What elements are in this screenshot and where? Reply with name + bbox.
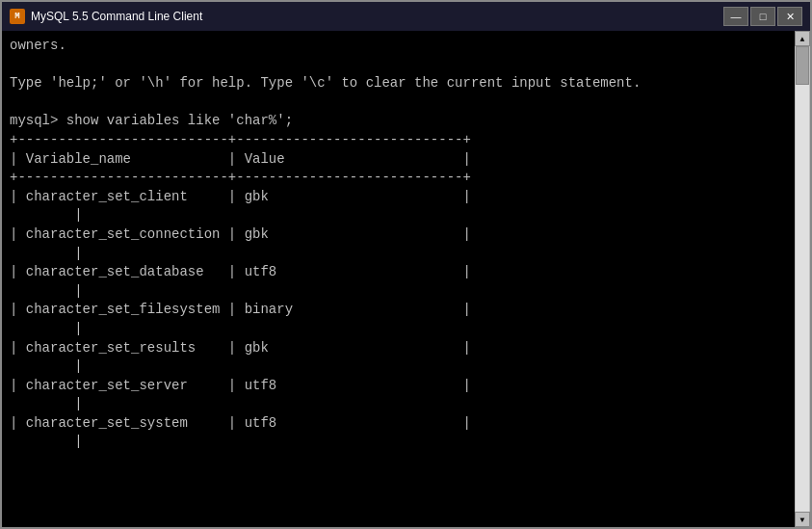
scrollbar[interactable]: ▲ ▼	[795, 31, 810, 527]
maximize-button[interactable]: □	[750, 7, 775, 26]
scroll-up-button[interactable]: ▲	[795, 31, 810, 46]
main-window: M MySQL 5.5 Command Line Client — □ ✕ ow…	[0, 0, 812, 529]
terminal-container: owners. Type 'help;' or '\h' for help. T…	[2, 31, 810, 527]
scroll-thumb[interactable]	[796, 46, 809, 85]
terminal-output[interactable]: owners. Type 'help;' or '\h' for help. T…	[2, 31, 795, 527]
app-icon: M	[10, 9, 25, 24]
title-bar: M MySQL 5.5 Command Line Client — □ ✕	[2, 2, 810, 31]
scroll-down-button[interactable]: ▼	[795, 512, 810, 527]
close-button[interactable]: ✕	[777, 7, 802, 26]
title-bar-left: M MySQL 5.5 Command Line Client	[10, 9, 202, 24]
window-title: MySQL 5.5 Command Line Client	[31, 10, 202, 23]
scroll-track[interactable]	[796, 46, 809, 512]
minimize-button[interactable]: —	[723, 7, 748, 26]
window-controls: — □ ✕	[723, 7, 802, 26]
